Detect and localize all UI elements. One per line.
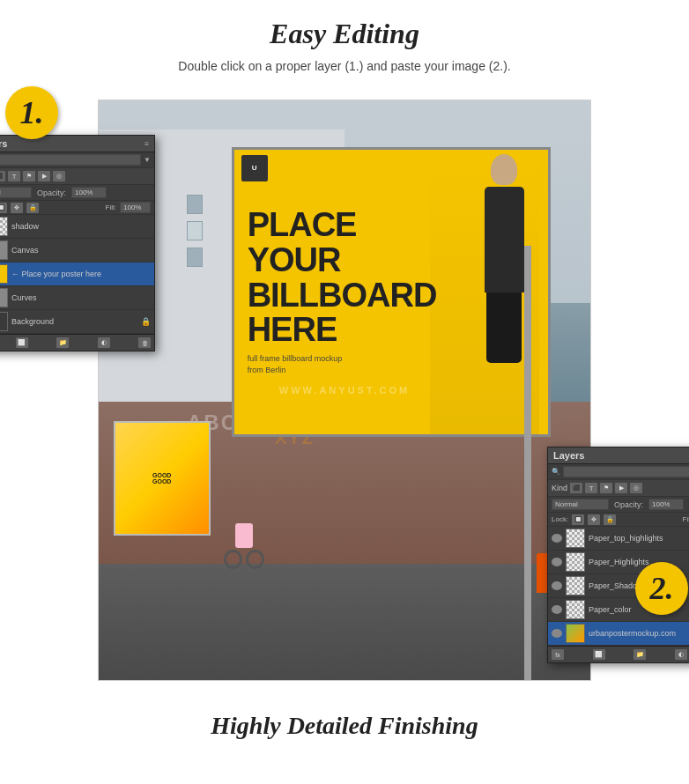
page-title: Easy Editing <box>270 18 419 50</box>
lamppost <box>524 246 531 681</box>
badge1-label: 1. <box>20 94 44 131</box>
layer2-row-5[interactable]: urbanpostermockup.com <box>548 622 689 646</box>
footer-title: Highly Detailed Finishing <box>211 712 478 740</box>
layer2-row-1[interactable]: Paper_top_highlights <box>548 527 689 551</box>
figure-body <box>485 187 524 292</box>
layer-thumb-curves <box>0 288 8 307</box>
panel1-header: Layers ≡ <box>0 136 154 152</box>
tb2-icon-3[interactable]: ⚑ <box>600 483 612 493</box>
lock-icon-2[interactable]: ✥ <box>11 203 23 213</box>
billboard-line2: YOUR <box>248 243 437 278</box>
panel1-toolbar: Kind ⬛ T ⚑ ▶ ◎ <box>0 168 154 185</box>
panel1-menu-icon[interactable]: ≡ <box>144 140 149 148</box>
eye-icon[interactable] <box>552 558 562 566</box>
search-box[interactable] <box>0 154 141 166</box>
layer-thumb-poster <box>0 264 8 284</box>
layer-name-shadow: shadow <box>11 222 151 231</box>
figure-legs <box>486 292 522 363</box>
eye-icon[interactable] <box>552 605 562 614</box>
cyclist-wheel-front <box>224 550 242 569</box>
billboard-main-text: PLACE YOUR BILLBOARD HERE <box>248 208 437 349</box>
panel2-toolbar: Kind ⬛ T ⚑ ▶ ◎ <box>548 480 689 497</box>
lock2-icon-3[interactable]: 🔒 <box>604 514 616 525</box>
poster-inner: GOODGOOD <box>115 423 209 534</box>
tb2-icon-2[interactable]: T <box>585 483 597 493</box>
tb-icon-3[interactable]: ⚑ <box>23 171 35 181</box>
eye-icon[interactable] <box>552 581 562 590</box>
tb-icon-5[interactable]: ◎ <box>53 171 65 181</box>
adjust-icon-2[interactable]: ◐ <box>675 649 687 660</box>
billboard-subtext: full frame billboard mockupfrom Berlin <box>248 353 343 375</box>
layer2-thumb-2 <box>566 552 585 572</box>
panel1-title: Layers <box>0 138 7 149</box>
fill-label-2: Fill: <box>683 515 689 523</box>
billboard-photo: U PLACE YOUR BILLBOARD HERE full frame b… <box>98 100 591 681</box>
tb2-icon-5[interactable]: ◎ <box>630 483 642 493</box>
layer-row-shadow[interactable]: shadow <box>0 215 154 239</box>
opacity-field[interactable]: 100% <box>71 187 107 198</box>
panel2-title: Layers <box>553 450 584 461</box>
tb-icon-4[interactable]: ▶ <box>38 171 50 181</box>
poster-text: GOODGOOD <box>152 472 171 484</box>
street-background: U PLACE YOUR BILLBOARD HERE full frame b… <box>99 100 590 680</box>
layer2-thumb-5 <box>566 624 585 643</box>
billboard-line1: PLACE <box>248 208 437 243</box>
bus-shelter: GOODGOOD <box>114 421 211 536</box>
fill-field[interactable]: 100% <box>120 202 151 213</box>
link-icon-2[interactable]: fx <box>552 649 564 660</box>
search-icon-2: 🔍 <box>552 468 560 476</box>
layer-row-poster[interactable]: ← Place your poster here <box>0 263 154 286</box>
lock2-icon-1[interactable]: 🔲 <box>572 514 584 525</box>
eye-icon[interactable] <box>552 629 562 638</box>
lock-icon-1[interactable]: 🔲 <box>0 203 7 213</box>
cyclist-wheel-back <box>246 550 264 569</box>
window <box>187 195 203 214</box>
opacity-label-2: Opacity: <box>614 500 643 509</box>
search-box-2[interactable] <box>563 466 689 477</box>
panel1-footer: fx ⬜ 📁 ◐ 🗑 <box>0 334 154 351</box>
panel1-mode-row: Normal Opacity: 100% <box>0 185 154 201</box>
billboard-logo: U <box>241 155 268 181</box>
panel2-footer: fx ⬜ 📁 ◐ 🗑 <box>548 646 689 662</box>
eye-icon[interactable] <box>552 534 562 543</box>
opacity-field-2[interactable]: 100% <box>648 499 684 510</box>
group-icon[interactable]: 📁 <box>56 337 69 348</box>
layer-row-canvas[interactable]: Canvas <box>0 239 154 263</box>
layer-row-curves[interactable]: Curves <box>0 286 154 310</box>
layer2-thumb-3 <box>566 576 585 595</box>
billboard-line4: HERE <box>248 313 437 348</box>
filter-icon: ▼ <box>144 156 151 164</box>
number-badge-2: 2. <box>635 562 688 615</box>
panel1-lock-row: Lock: 🔲 ✥ 🔒 Fill: 100% <box>0 201 154 215</box>
blend-mode-select-2[interactable]: Normal <box>552 499 609 510</box>
opacity-label: Opacity: <box>37 189 66 197</box>
layer-row-background[interactable]: Background 🔒 <box>0 310 154 334</box>
layer-thumb-canvas <box>0 240 8 260</box>
tb2-icon-4[interactable]: ▶ <box>615 483 627 493</box>
tb-icon-1[interactable]: ⬛ <box>0 171 5 181</box>
subtitle-text: Double click on a proper layer (1.) and … <box>178 59 510 73</box>
layer-name-curves: Curves <box>11 293 151 302</box>
layer-name-poster: ← Place your poster here <box>11 270 151 278</box>
layer-thumb-shadow <box>0 217 8 236</box>
layer2-name-5: urbanpostermockup.com <box>589 629 689 638</box>
layer2-thumb-4 <box>566 600 585 619</box>
blend-mode-select[interactable]: Normal <box>0 187 32 198</box>
tb2-icon-1[interactable]: ⬛ <box>570 483 582 493</box>
page-wrapper: Easy Editing Double click on a proper la… <box>0 0 689 766</box>
layers-panel-1: Layers ≡ 🔍 ▼ Kind ⬛ T ⚑ ▶ ◎ Normal Opaci… <box>0 135 155 351</box>
cyclist <box>222 523 266 576</box>
lock-icon-3[interactable]: 🔒 <box>26 203 39 213</box>
lock2-icon-2[interactable]: ✥ <box>588 514 600 525</box>
kind-label-2: Kind <box>552 484 567 492</box>
group-icon-2[interactable]: 📁 <box>633 649 646 660</box>
mask-icon-2[interactable]: ⬜ <box>593 649 605 660</box>
tb-icon-2[interactable]: T <box>8 171 20 181</box>
billboard-frame: U PLACE YOUR BILLBOARD HERE full frame b… <box>232 147 552 437</box>
layers-panel-2: Layers ≡ 🔍 ▼ Kind ⬛ T ⚑ ▶ ◎ Normal Opaci… <box>547 447 689 663</box>
mask-icon[interactable]: ⬜ <box>16 337 28 348</box>
adjust-icon[interactable]: ◐ <box>98 337 110 348</box>
billboard-line3: BILLBOARD <box>248 278 437 314</box>
delete-icon[interactable]: 🗑 <box>138 337 151 348</box>
street <box>99 564 590 680</box>
